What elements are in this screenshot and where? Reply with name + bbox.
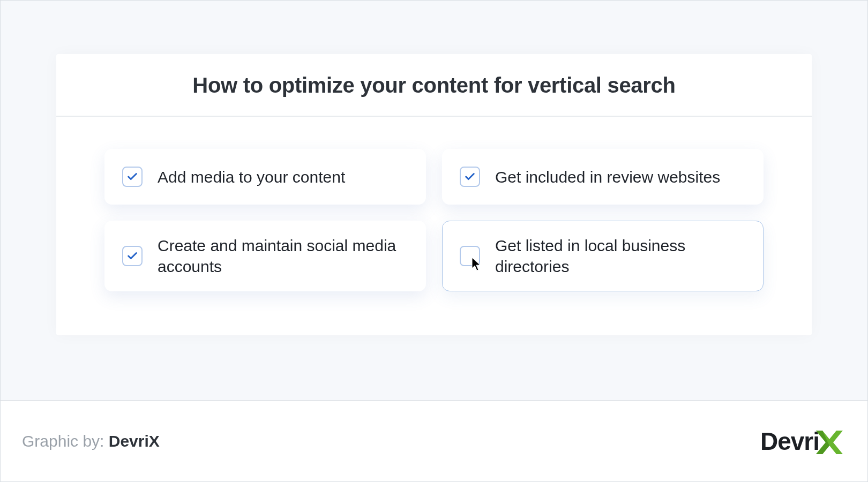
check-icon: [126, 250, 138, 262]
checklist-item-label: Get included in review websites: [495, 167, 720, 187]
checklist-item-label: Add media to your content: [158, 167, 345, 187]
logo-x-icon: [813, 423, 846, 460]
attribution-brand: DevriX: [109, 432, 160, 450]
checklist-item[interactable]: Get included in review websites: [442, 149, 764, 205]
checklist-item-label: Get listed in local business directories: [495, 235, 746, 277]
check-icon: [464, 171, 476, 183]
checkbox[interactable]: [460, 246, 480, 266]
page-title: How to optimize your content for vertica…: [78, 73, 790, 97]
checklist-item-label: Create and maintain social media account…: [158, 235, 408, 277]
footer: Graphic by: DevriX Devri: [1, 400, 867, 481]
checklist-item[interactable]: Add media to your content: [104, 149, 426, 205]
logo: Devri: [760, 423, 846, 460]
checkbox[interactable]: [122, 167, 143, 187]
checklist: Add media to your content Get included i…: [56, 117, 812, 335]
checkbox[interactable]: [122, 246, 143, 266]
attribution-prefix: Graphic by:: [22, 432, 109, 450]
attribution: Graphic by: DevriX: [22, 432, 160, 450]
main-card: How to optimize your content for vertica…: [56, 54, 812, 335]
checklist-item[interactable]: Create and maintain social media account…: [104, 221, 426, 291]
check-icon: [126, 171, 138, 183]
checkbox[interactable]: [460, 167, 480, 187]
logo-text: Devri: [760, 427, 819, 456]
title-section: How to optimize your content for vertica…: [56, 54, 812, 117]
checklist-item[interactable]: Get listed in local business directories: [442, 221, 764, 291]
